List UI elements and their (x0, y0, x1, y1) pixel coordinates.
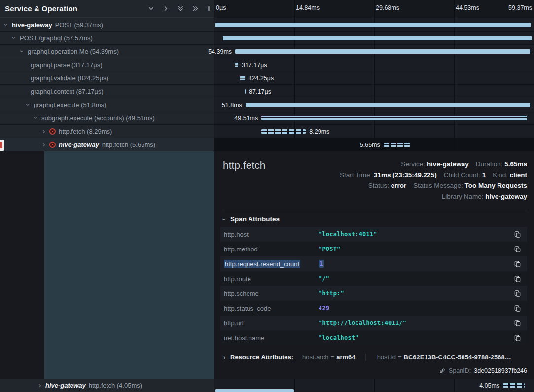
attribute-value: 429 (319, 305, 508, 312)
duration-bar[interactable] (235, 49, 530, 54)
span-id-label: SpanID: (449, 367, 471, 374)
duration-bar[interactable] (503, 383, 525, 388)
service-name: hive-gateway (59, 141, 99, 148)
meta-value: 1 (482, 171, 486, 178)
span-tree-row[interactable]: graphql.parse (317.17µs) (0, 58, 214, 71)
duration-label: 54.39ms (208, 48, 232, 55)
meta-value: Too Many Requests (464, 182, 527, 189)
duration-bar[interactable] (215, 23, 531, 27)
chevron-right-icon[interactable] (162, 5, 170, 12)
collapse-all-icon[interactable] (177, 5, 184, 12)
meta-line: Library Name: hive-gateway (340, 191, 527, 202)
caret-icon[interactable]: › (25, 102, 32, 107)
copy-icon (514, 334, 521, 342)
service-operation-header: Service & Operation ‖ (0, 0, 214, 18)
span-title: http.fetch (223, 159, 265, 171)
duration-bar[interactable] (245, 89, 246, 94)
meta-line: Start Time: 31ms (23:35:49.225)Child Cou… (340, 170, 527, 180)
span-attributes-header[interactable]: › Span Attributes (222, 215, 280, 223)
chevron-down-icon[interactable] (147, 5, 155, 12)
meta-value: client (510, 171, 527, 178)
duration-bar[interactable] (235, 63, 238, 67)
copy-icon (514, 245, 521, 253)
span-id-row: SpanID: 3de02518937fb246 (439, 367, 527, 374)
resource-attributes-row: › Resource Attributes: host.arch = arm64… (222, 354, 530, 361)
span-tree-row[interactable]: graphql.context (87.17µs) (0, 85, 214, 98)
caret-icon[interactable]: › (11, 36, 18, 40)
span-tree-row[interactable]: ›hive-gatewayPOST (59.37ms) (0, 18, 214, 32)
duration-bar[interactable] (246, 103, 530, 107)
timeline-pane: 0µs 14.84ms 29.68ms 44.53ms 59.37ms 54.3… (214, 0, 534, 392)
attribute-row: http.route"/" (220, 271, 527, 286)
copy-button[interactable] (513, 259, 522, 269)
caret-icon[interactable]: › (41, 128, 46, 135)
duration-bar[interactable] (384, 143, 411, 147)
resource-key: host.arch (302, 354, 328, 361)
caret-icon[interactable]: › (37, 382, 42, 389)
caret-icon[interactable]: › (3, 22, 10, 27)
copy-button[interactable] (513, 318, 522, 328)
attribute-value: "localhost:4011" (319, 231, 508, 238)
resource-attributes-header[interactable]: › Resource Attributes: (222, 354, 293, 361)
caret-icon[interactable]: › (41, 141, 46, 148)
duration-label: 49.51ms (234, 115, 258, 122)
caret-icon[interactable]: › (222, 354, 227, 361)
attribute-row: http.request.resend_count1 (220, 256, 527, 271)
copy-button[interactable] (513, 288, 522, 298)
caret-icon[interactable]: › (19, 49, 26, 54)
span-tree-row[interactable]: ›graphql.execute (51.8ms) (0, 98, 214, 111)
panel-title: Service & Operation (5, 4, 140, 13)
link-icon (439, 367, 446, 374)
caret-icon[interactable]: › (221, 217, 228, 222)
meta-pair: Library Name: hive-gateway (442, 193, 527, 200)
meta-label: Kind: (493, 171, 510, 178)
attribute-key: http.url (224, 320, 319, 327)
duration-bar[interactable] (261, 129, 306, 134)
span-tree-row[interactable]: ›http.fetch (8.29ms) (0, 125, 214, 138)
meta-value: 31ms (23:35:49.225) (374, 171, 437, 178)
meta-pair: Start Time: 31ms (23:35:49.225) (340, 171, 437, 178)
span-bar-row[interactable] (214, 389, 534, 392)
span-detail-panel: http.fetch Service: hive-gatewayDuration… (214, 151, 534, 379)
meta-value: hive-gateway (427, 160, 469, 168)
attribute-row: net.host.name"localhost" (220, 330, 527, 345)
meta-line: Status: errorStatus Message: Too Many Re… (340, 180, 527, 191)
panel-resize-handle[interactable]: ‖ (208, 5, 210, 12)
duration-bar[interactable] (223, 36, 532, 40)
span-label: graphql.execute (51.8ms) (34, 101, 106, 108)
meta-label: Duration: (476, 160, 505, 168)
duration-bar[interactable] (261, 116, 527, 120)
meta-pair: Duration: 5.65ms (476, 160, 527, 168)
attribute-value: "POST" (319, 246, 508, 252)
duration-bar[interactable] (215, 389, 294, 392)
tick-label: 59.37ms (508, 4, 532, 11)
copy-button[interactable] (513, 333, 522, 343)
attribute-value: "/" (319, 275, 508, 282)
span-meta: Service: hive-gatewayDuration: 5.65msSta… (340, 159, 527, 202)
span-tree-row[interactable]: graphql.validate (824.25µs) (0, 71, 214, 85)
meta-label: Start Time: (340, 171, 374, 178)
duration-bar[interactable] (240, 76, 245, 80)
copy-icon (514, 275, 521, 283)
span-tree-row[interactable]: ›graphql.operation Me (54.39ms) (0, 45, 214, 58)
caret-icon[interactable]: › (33, 115, 39, 120)
service-name: hive-gateway (45, 382, 86, 389)
span-label: POST (59.37ms) (55, 21, 103, 29)
span-tree-row[interactable]: ›hive-gatewayhttp.fetch (4.05ms) (0, 379, 214, 392)
duration-label: 4.05ms (479, 382, 499, 389)
duration-label: 5.65ms (360, 142, 380, 148)
copy-button[interactable] (513, 229, 522, 239)
copy-button[interactable] (513, 244, 522, 254)
span-tree-row[interactable]: ›hive-gatewayhttp.fetch (5.65ms) (0, 138, 214, 151)
resource-item: host.arch = arm64 (302, 354, 355, 361)
span-tree-row[interactable]: ›subgraph.execute (accounts) (49.51ms) (0, 111, 214, 125)
resource-item: host.id = BC62E13B-C4CC-5854-9788-2568… (377, 354, 511, 361)
tick-label: 0µs (216, 4, 226, 11)
attribute-value: 1 (319, 260, 508, 267)
meta-pair: Status Message: Too Many Requests (413, 182, 527, 189)
copy-button[interactable] (513, 274, 522, 284)
tick-label: 14.84ms (296, 4, 320, 11)
span-tree-row[interactable]: ›POST /graphql (57.57ms) (0, 32, 214, 45)
expand-all-icon[interactable] (192, 5, 199, 12)
copy-button[interactable] (513, 303, 522, 313)
